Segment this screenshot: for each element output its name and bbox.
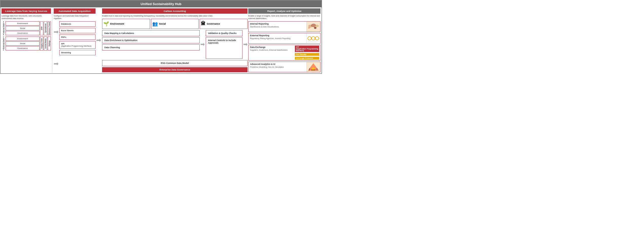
exchange-badge: Exchange Protocols: [295, 57, 319, 60]
col2: Automated Data Acquisition Configure and…: [54, 8, 96, 72]
data-exchange-title: Data Exchange: [250, 46, 291, 48]
carbon-left: Data Mapping & Calculations Data Enrichm…: [102, 30, 200, 59]
streaming-label: Streaming: [61, 51, 71, 54]
col4-title: Report, Analyse and Optimise: [248, 8, 320, 14]
operational-box: Operational: [44, 21, 47, 35]
internal-bracket: Internal Data*: [2, 21, 6, 35]
col1: Leverage Data from Varying Sources Lever…: [2, 8, 51, 72]
internal-reporting-image: [306, 22, 320, 32]
internal-controls-title: Internal Controls to include Approvals: [208, 39, 240, 44]
external-env: Environment: [6, 37, 40, 41]
data-exchange-badges: API(Application ProgrammingInterface) Fi…: [294, 45, 320, 60]
external-content: Environment Social Governance Supply Cha…: [6, 37, 51, 50]
internal-gov: Governance: [6, 31, 40, 35]
content-area: Leverage Data from Varying Sources Lever…: [1, 7, 321, 73]
external-left-boxes: Environment Social Governance: [6, 37, 40, 50]
svg-rect-17: [316, 68, 317, 70]
col2-arrows: [54, 21, 59, 72]
internal-reporting-item: Internal Reporting Dashboards & Data Vis…: [248, 21, 320, 32]
svg-point-3: [315, 25, 319, 27]
enterprise-footer: Enterprise Data Governance: [102, 67, 248, 72]
col3-subtitle: Enable trust in data and reporting by es…: [102, 15, 248, 17]
esg-row: 🌱 Environment 👥 Social 🏛 Governance: [102, 19, 248, 29]
col2-subtitle: Configure and automate Data Integration/…: [54, 15, 96, 20]
analytics-image: [306, 62, 320, 72]
databases-box: Databases: [59, 21, 96, 27]
api-box: API (Application Programming Interface): [59, 41, 96, 49]
gov-esg-box: 🏛 Governance: [200, 19, 248, 29]
ratings-box: Ratings: [48, 37, 51, 50]
biz-travel-box: Business Travel: [48, 21, 51, 35]
pdfs-label: PDFs: [61, 36, 66, 38]
external-reporting-item: External Reporting Regulatory, Rating Ag…: [248, 33, 320, 44]
carbon-right-arrow: [243, 30, 248, 59]
svg-point-4: [314, 27, 316, 29]
external-right-boxes: Supply Chain Social Media Ratings: [40, 37, 51, 50]
data-cleansing-title: Data Cleansing: [104, 46, 197, 49]
svg-rect-16: [309, 68, 310, 70]
esg-common-model: ESG Common Data Model: [102, 60, 248, 66]
internal-reporting-sub: Dashboards & Data Visualisations: [250, 26, 304, 28]
svg-point-2: [311, 24, 316, 27]
internal-left-boxes: Environment Social Governance: [6, 21, 40, 35]
data-exchange-sub: Suppliers, Customers, External stakehold…: [250, 49, 291, 51]
external-data-group: External Data* Environment Social Govern…: [2, 37, 51, 50]
analytics-title: Advanced Analytics & AI: [250, 63, 304, 65]
file-badge: File Transfer: [295, 53, 319, 56]
svg-rect-6: [307, 33, 320, 43]
internal-reporting-title: Internal Reporting: [250, 23, 304, 25]
data-enrichment-title: Data Enrichment & Optimisation: [104, 39, 197, 42]
internal-label: Internal Data*: [3, 22, 5, 34]
erp-box: ERP: [40, 21, 43, 35]
external-reporting-image: [306, 33, 320, 43]
col4: Report, Analyse and Optimise Enable a ra…: [248, 8, 320, 72]
excel-label: Excel Sheets: [61, 29, 73, 32]
external-reporting-title: External Reporting: [250, 34, 304, 37]
report-items: Internal Reporting Dashboards & Data Vis…: [248, 21, 320, 72]
carbon-middle: Data Mapping & Calculations Data Enrichm…: [102, 30, 248, 59]
data-enrichment-box: Data Enrichment & Optimisation: [102, 37, 200, 43]
streaming-box: Streaming: [59, 50, 96, 55]
validation-box: Validation & Quality Checks: [206, 30, 242, 36]
carbon-arrow: [201, 43, 205, 46]
ext-bracket-line-bottom: [3, 49, 4, 50]
social-esg-box: 👥 Social: [151, 19, 199, 29]
main-arrow-1: [97, 39, 101, 42]
data-mapping-title: Data Mapping & Calculations: [104, 32, 197, 34]
svg-rect-15: [311, 69, 316, 70]
analytics-sub: Predictive Modelling, Gen AI, Simulation: [250, 66, 304, 68]
world-map-svg: [307, 22, 320, 32]
external-reporting-sub: Regulatory, Rating Agencies, Investor Re…: [250, 37, 304, 40]
external-bracket: External Data*: [2, 37, 6, 50]
social-label: Social: [159, 23, 166, 25]
data-exchange-text: Data Exchange Suppliers, Customers, Exte…: [249, 45, 293, 60]
col4-subtitle: Enable a range of insights, tools and ch…: [248, 15, 320, 20]
gov-label: Governance: [207, 23, 220, 25]
databases-label: Databases: [61, 23, 71, 25]
pdfs-box: PDFs: [59, 34, 96, 40]
bracket-line-bottom: [3, 34, 4, 35]
social-icon: 👥: [152, 21, 158, 27]
col1-subtitle: Leverage data from Structured, semi-stru…: [2, 15, 51, 20]
internal-social: Social: [6, 26, 40, 30]
main-wrapper: Unified Sustainability Hub Leverage Data…: [0, 0, 322, 74]
data-cleansing-box: Data Cleansing: [102, 44, 200, 50]
analytics-svg: [307, 62, 320, 72]
external-gov: Governance: [6, 46, 40, 50]
gov-icon: 🏛: [201, 21, 205, 26]
social-media-box: Social Media: [44, 37, 47, 50]
arrow-group-top: [54, 28, 59, 33]
arrow-databases: [54, 30, 59, 33]
api-badge: API(Application ProgrammingInterface): [295, 46, 319, 52]
analytics-text: Advanced Analytics & AI Predictive Model…: [249, 62, 305, 72]
external-social: Social: [6, 41, 40, 46]
carbon-right: Validation & Quality Checks Internal Con…: [206, 30, 242, 59]
internal-right-boxes: ERP Operational Business Travel: [40, 21, 51, 35]
external-reporting-text: External Reporting Regulatory, Rating Ag…: [249, 33, 305, 43]
supply-chain-box: Supply Chain: [40, 37, 43, 50]
validation-title: Validation & Quality Checks: [208, 32, 240, 34]
internal-reporting-text: Internal Reporting Dashboards & Data Vis…: [249, 22, 305, 32]
env-icon: 🌱: [103, 21, 109, 27]
env-label: Environment: [110, 23, 124, 25]
arrow-api: [54, 62, 59, 65]
